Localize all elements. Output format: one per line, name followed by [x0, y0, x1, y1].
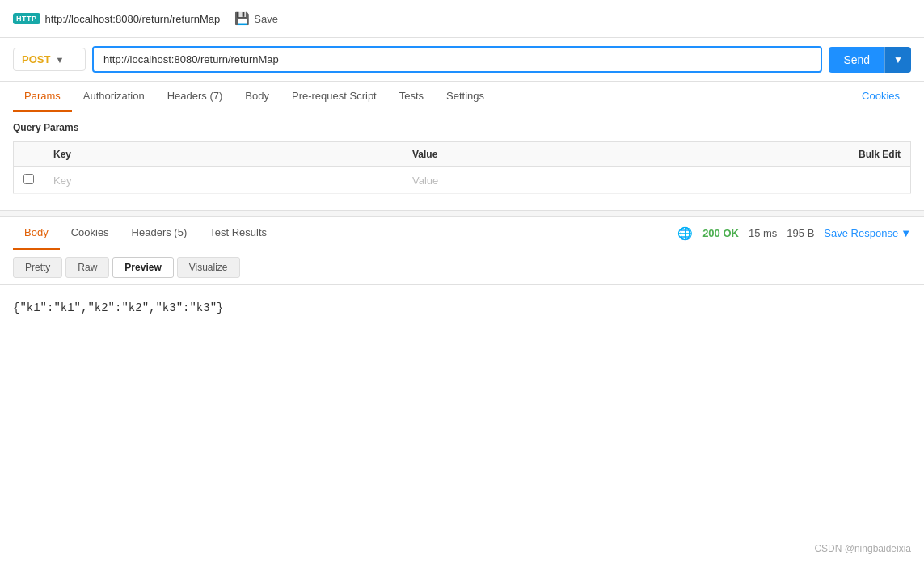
- section-divider: [0, 210, 924, 217]
- format-tabs-bar: Pretty Raw Preview Visualize: [0, 250, 924, 285]
- query-params-title: Query Params: [13, 122, 911, 133]
- response-meta: 🌐 200 OK 15 ms 195 B Save Response ▼: [677, 226, 911, 241]
- table-row: Key Value: [14, 167, 911, 194]
- tab-params[interactable]: Params: [13, 82, 72, 112]
- chevron-down-icon: ▼: [55, 55, 64, 65]
- row-checkbox[interactable]: [23, 174, 34, 184]
- response-size: 195 B: [787, 227, 814, 239]
- http-badge: HTTP http://localhost:8080/return/return…: [13, 13, 220, 25]
- response-body: {"k1":"k1","k2":"k2","k3":"k3"}: [0, 285, 924, 330]
- save-response-label: Save Response: [824, 227, 898, 239]
- response-section: Body Cookies Headers (5) Test Results 🌐 …: [0, 217, 924, 330]
- value-placeholder: Value: [412, 175, 438, 187]
- save-icon: 💾: [234, 11, 250, 26]
- table-header-value: Value: [403, 142, 618, 167]
- query-params-section: Query Params Key Value Bulk Edit Key Val…: [0, 112, 924, 194]
- bulk-edit-cell: [618, 167, 910, 194]
- table-header-checkbox: [14, 142, 44, 167]
- save-response-button[interactable]: Save Response ▼: [824, 227, 911, 239]
- tab-pre-request-script[interactable]: Pre-request Script: [281, 82, 388, 112]
- response-body-text: {"k1":"k1","k2":"k2","k3":"k3"}: [13, 301, 223, 314]
- response-tab-cookies[interactable]: Cookies: [60, 217, 120, 250]
- value-input-cell[interactable]: Value: [403, 167, 618, 194]
- chevron-down-icon: ▼: [901, 227, 911, 239]
- top-bar: HTTP http://localhost:8080/return/return…: [0, 0, 924, 38]
- save-button[interactable]: 💾 Save: [228, 8, 285, 29]
- row-checkbox-cell[interactable]: [14, 167, 44, 194]
- tab-settings[interactable]: Settings: [435, 82, 496, 112]
- tab-tests[interactable]: Tests: [388, 82, 435, 112]
- tab-headers[interactable]: Headers (7): [156, 82, 234, 112]
- send-button-group: Send ▼: [829, 47, 911, 73]
- send-button[interactable]: Send: [829, 47, 884, 73]
- globe-icon: 🌐: [677, 226, 693, 241]
- method-label: POST: [22, 53, 50, 65]
- url-input[interactable]: [92, 46, 822, 73]
- tab-cookies[interactable]: Cookies: [850, 82, 911, 112]
- status-badge: 200 OK: [702, 227, 739, 239]
- format-tab-raw[interactable]: Raw: [65, 257, 109, 278]
- http-icon: HTTP: [13, 13, 40, 24]
- top-bar-url: http://localhost:8080/return/returnMap: [45, 13, 221, 25]
- request-tabs-bar: Params Authorization Headers (7) Body Pr…: [0, 82, 924, 112]
- response-tab-headers[interactable]: Headers (5): [120, 217, 199, 250]
- tab-body[interactable]: Body: [234, 82, 281, 112]
- table-header-bulk-edit[interactable]: Bulk Edit: [618, 142, 910, 167]
- response-time: 15 ms: [749, 227, 777, 239]
- request-bar: POST ▼ Send ▼: [0, 38, 924, 82]
- format-tab-pretty[interactable]: Pretty: [13, 257, 62, 278]
- tab-authorization[interactable]: Authorization: [72, 82, 156, 112]
- format-tab-visualize[interactable]: Visualize: [177, 257, 240, 278]
- response-tabs-bar: Body Cookies Headers (5) Test Results 🌐 …: [0, 217, 924, 250]
- send-dropdown-button[interactable]: ▼: [884, 47, 911, 73]
- response-tab-body[interactable]: Body: [13, 217, 60, 250]
- params-table: Key Value Bulk Edit Key Value: [13, 141, 911, 194]
- method-select[interactable]: POST ▼: [13, 48, 86, 71]
- table-header-key: Key: [44, 142, 403, 167]
- format-tab-preview[interactable]: Preview: [112, 257, 173, 278]
- key-input-cell[interactable]: Key: [44, 167, 403, 194]
- response-tab-test-results[interactable]: Test Results: [198, 217, 278, 250]
- save-label: Save: [254, 13, 278, 25]
- key-placeholder: Key: [53, 175, 71, 187]
